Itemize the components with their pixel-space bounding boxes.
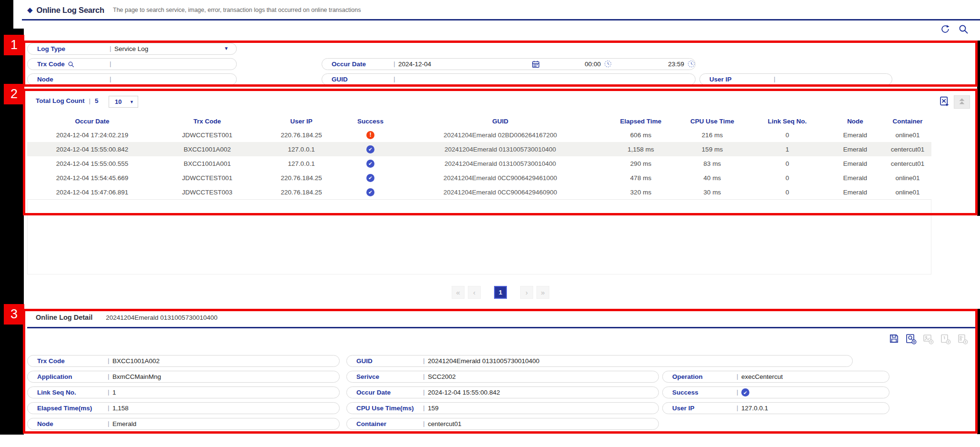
detail-service-field: Serivce | SCC2002 (346, 371, 659, 383)
detail-link-seq-no-field: Link Seq No. | 1 (27, 386, 340, 398)
clock-icon[interactable] (687, 60, 695, 70)
error-log-icon (940, 333, 951, 346)
clock-icon[interactable] (604, 60, 612, 70)
column-header-link-seq-no[interactable]: Link Seq No. (748, 114, 827, 128)
table-row[interactable]: 2024-12-04 15:47:06.891 JDWCCTEST003 220… (27, 185, 931, 200)
cell-link-seq-no: 0 (748, 185, 827, 199)
cell-occur-date: 2024-12-04 17:24:02.219 (27, 128, 157, 142)
trx-code-search-icon[interactable] (68, 61, 74, 68)
cell-node: Emerald (827, 171, 884, 185)
cell-user-ip: 220.76.184.25 (257, 128, 345, 142)
column-header-container[interactable]: Container (884, 114, 931, 128)
node-field[interactable]: Node | (27, 73, 237, 85)
page-subtitle: The page to search service, image, error… (113, 7, 361, 13)
chevron-down-icon[interactable]: ▼ (224, 46, 229, 51)
cell-link-seq-no: 1 (748, 142, 827, 156)
guid-field[interactable]: GUID | (322, 73, 696, 85)
detail-divider (27, 327, 978, 328)
occur-date-field[interactable]: Occur Date | 2024-12-04 00:00 23:59 (322, 58, 696, 70)
detail-operation-field: Operation | execCentercut (662, 371, 889, 383)
pagination-page-1[interactable]: 1 (494, 286, 507, 299)
user-ip-field[interactable]: User IP | (699, 73, 892, 85)
cell-occur-date: 2024-12-04 15:54:45.669 (27, 171, 157, 185)
annotation-mask-right-top (977, 41, 980, 216)
cell-cpu-use-time: 83 ms (677, 156, 748, 171)
detail-elapsed-time-value: 1,158 (112, 405, 129, 412)
column-header-occur-date[interactable]: Occur Date (27, 114, 157, 128)
pagination-last-button[interactable]: » (536, 286, 549, 299)
cell-container: centercut01 (884, 142, 931, 156)
cell-elapsed-time: 606 ms (605, 128, 677, 142)
table-row-selected[interactable]: 2024-12-04 15:55:00.842 BXCC1001A002 127… (27, 142, 931, 157)
detail-guid-label: GUID (356, 357, 373, 365)
column-header-user-ip[interactable]: User IP (257, 114, 345, 128)
calendar-icon[interactable] (532, 60, 540, 70)
detail-elapsed-time-label: Elapsed Time(ms) (37, 405, 92, 412)
cell-trx-code: BXCC1001A002 (157, 142, 257, 156)
user-ip-label: User IP (709, 76, 732, 83)
detail-cpu-use-time-label: CPU Use Time(ms) (356, 405, 414, 412)
save-button[interactable] (888, 334, 899, 345)
detail-user-ip-field: User IP | 127.0.0.1 (662, 402, 889, 414)
search-button[interactable] (958, 24, 969, 35)
cell-node: Emerald (827, 142, 884, 156)
field-separator: | (774, 75, 776, 82)
detail-trx-code-label: Trx Code (37, 357, 65, 365)
page-size-select[interactable]: 10 ▼ (109, 96, 138, 108)
detail-link-seq-no-value: 1 (112, 389, 116, 396)
cell-link-seq-no: 0 (748, 128, 827, 142)
error-status-icon (366, 131, 374, 139)
online-log-search-screen: ◆ Online Log Search The page to search s… (0, 0, 980, 447)
grid-toolbar (939, 95, 970, 109)
column-header-trx-code[interactable]: Trx Code (157, 114, 257, 128)
time-to-input[interactable]: 23:59 (658, 61, 684, 68)
log-type-field[interactable]: Log Type | Service Log ▼ (27, 43, 237, 55)
cell-user-ip: 127.0.0.1 (257, 156, 345, 171)
cell-node: Emerald (827, 128, 884, 142)
annotation-mask-left (0, 29, 24, 435)
refresh-button[interactable] (940, 24, 951, 35)
pagination-prev-button[interactable]: ‹ (468, 286, 481, 299)
column-header-node[interactable]: Node (827, 114, 884, 128)
pagination-next-button[interactable]: › (520, 286, 533, 299)
cell-guid: 20241204Emerald 0CC9006429460900 (395, 185, 605, 199)
detail-success-field: Success | (662, 386, 889, 398)
column-header-elapsed-time[interactable]: Elapsed Time (605, 114, 677, 128)
success-status-icon (366, 145, 374, 153)
detail-service-label: Serivce (356, 373, 379, 380)
cell-container: centercut01 (884, 156, 931, 171)
table-row[interactable]: 2024-12-04 17:24:02.219 JDWCCTEST001 220… (27, 128, 931, 142)
detail-node-field: Node | Emerald (27, 418, 340, 430)
pagination-first-button[interactable]: « (452, 286, 465, 299)
time-from-input[interactable]: 00:00 (575, 61, 601, 68)
detail-trx-code-field: Trx Code | BXCC1001A002 (27, 355, 340, 367)
detail-container-value: centercut01 (428, 420, 462, 427)
cell-trx-code: JDWCCTEST001 (157, 128, 257, 142)
search-toolbar (940, 24, 969, 35)
transaction-log-icon (957, 333, 968, 346)
error-log-button-disabled (940, 334, 951, 345)
column-header-guid[interactable]: GUID (395, 114, 605, 128)
detail-application-field: Application | BxmCCMainMng (27, 371, 340, 383)
detail-service-value: SCC2002 (428, 373, 456, 380)
excel-export-button[interactable] (939, 96, 950, 108)
table-row[interactable]: 2024-12-04 15:55:00.555 BXCC1001A001 127… (27, 156, 931, 171)
collapse-panel-button[interactable] (954, 95, 970, 109)
total-log-count-label: Total Log Count (36, 97, 84, 104)
column-header-success[interactable]: Success (345, 114, 395, 128)
page-size-value: 10 (115, 98, 121, 105)
save-icon (889, 333, 899, 345)
field-separator: | (110, 60, 111, 67)
detail-guid-header: 20241204Emerald 0131005730010400 (106, 314, 217, 321)
field-separator: | (110, 75, 111, 82)
trx-code-field[interactable]: Trx Code | (27, 58, 237, 70)
column-header-cpu-use-time[interactable]: CPU Use Time (677, 114, 748, 128)
annotation-label-1: 1 (4, 35, 24, 55)
cell-occur-date: 2024-12-04 15:47:06.891 (27, 185, 157, 199)
title-diamond-icon: ◆ (27, 6, 33, 14)
detail-success-label: Success (672, 389, 698, 396)
trx-code-label: Trx Code (37, 61, 65, 68)
view-log-detail-button[interactable] (905, 334, 917, 345)
table-row[interactable]: 2024-12-04 15:54:45.669 JDWCCTEST001 220… (27, 171, 931, 185)
success-status-icon (741, 388, 749, 396)
